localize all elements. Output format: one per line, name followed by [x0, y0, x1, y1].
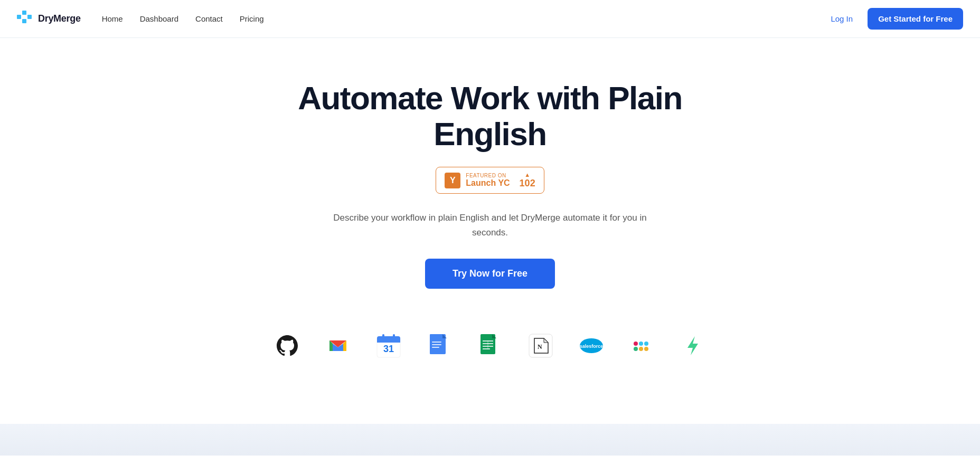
nav-links: Home Dashboard Contact Pricing	[102, 14, 264, 24]
svg-text:salesforce: salesforce	[580, 344, 604, 349]
hero-subtitle: Describe your workflow in plain English …	[326, 211, 654, 239]
nav-dashboard[interactable]: Dashboard	[140, 14, 178, 23]
login-button[interactable]: Log In	[824, 10, 859, 27]
get-started-button[interactable]: Get Started for Free	[868, 8, 963, 30]
svg-rect-30	[634, 342, 638, 346]
navbar: DryMerge Home Dashboard Contact Pricing …	[0, 0, 980, 38]
salesforce-icon: salesforce	[577, 331, 606, 361]
svg-rect-1	[22, 11, 26, 15]
nav-right: Log In Get Started for Free	[824, 8, 963, 30]
svg-marker-36	[687, 336, 698, 355]
nav-home[interactable]: Home	[102, 14, 123, 23]
hero-title: Automate Work with Plain English	[252, 80, 728, 152]
logo-icon	[17, 11, 34, 27]
svg-rect-3	[27, 15, 32, 19]
nav-contact[interactable]: Contact	[195, 14, 223, 23]
yc-logo: Y	[445, 173, 460, 188]
svg-rect-33	[639, 347, 643, 351]
google-docs-icon	[425, 331, 454, 361]
yc-count: ▲ 102	[520, 172, 535, 189]
logo-link[interactable]: DryMerge	[17, 11, 81, 27]
try-now-button[interactable]: Try Now for Free	[425, 259, 555, 289]
svg-rect-31	[639, 342, 643, 346]
brand-name: DryMerge	[38, 13, 81, 24]
svg-rect-17	[432, 347, 439, 348]
svg-rect-2	[22, 19, 26, 23]
svg-rect-15	[432, 342, 441, 343]
github-icon	[272, 331, 302, 361]
bottom-gradient-bar	[0, 424, 980, 456]
svg-rect-35	[644, 347, 648, 351]
svg-rect-32	[634, 347, 638, 351]
launch-yc-badge[interactable]: Y FEATURED ON Launch YC ▲ 102	[436, 167, 544, 194]
nav-pricing[interactable]: Pricing	[240, 14, 264, 23]
svg-rect-12	[393, 334, 395, 339]
hero-section: Automate Work with Plain English Y FEATU…	[0, 38, 980, 424]
integrations-row: 31	[256, 320, 724, 392]
svg-rect-34	[644, 342, 648, 346]
svg-rect-22	[483, 348, 490, 349]
yc-badge-text: FEATURED ON Launch YC	[466, 173, 510, 188]
slack-icon	[627, 331, 657, 361]
svg-rect-11	[382, 334, 384, 339]
gmail-icon	[323, 331, 353, 361]
notion-icon: N	[526, 331, 555, 361]
svg-rect-0	[17, 15, 21, 19]
google-sheets-icon	[475, 331, 505, 361]
svg-rect-9	[377, 340, 400, 343]
supabase-icon	[678, 331, 708, 361]
google-calendar-icon: 31	[374, 331, 403, 361]
svg-text:31: 31	[383, 344, 394, 354]
svg-rect-16	[432, 344, 441, 345]
svg-text:N: N	[538, 343, 542, 350]
